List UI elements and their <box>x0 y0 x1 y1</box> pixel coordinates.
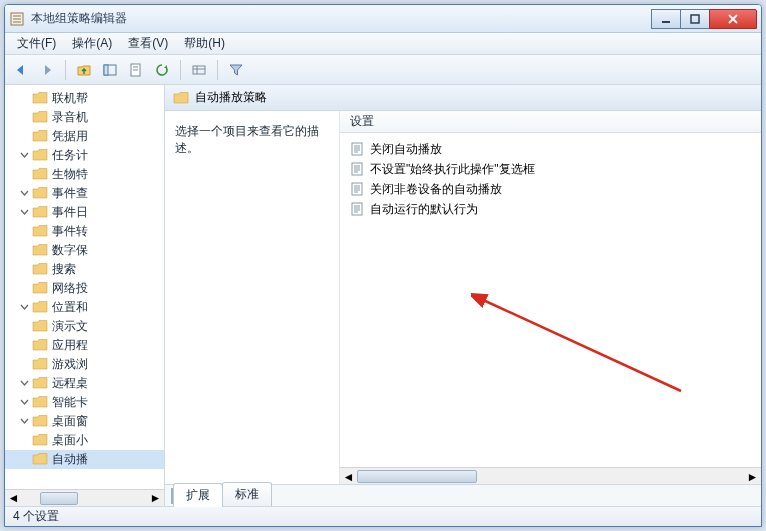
expand-icon[interactable] <box>19 340 30 351</box>
close-button[interactable] <box>709 9 757 29</box>
tree-item[interactable]: 事件日 <box>5 203 164 222</box>
window-title: 本地组策略编辑器 <box>31 10 652 27</box>
maximize-button[interactable] <box>680 9 710 29</box>
expand-icon[interactable] <box>19 112 30 123</box>
scroll-right-icon[interactable]: ► <box>744 468 761 485</box>
export-list-button[interactable] <box>187 58 211 82</box>
tree-item[interactable]: 事件查 <box>5 184 164 203</box>
tree-item-label: 游戏浏 <box>52 356 88 373</box>
separator <box>65 60 66 80</box>
back-button[interactable] <box>9 58 33 82</box>
separator <box>217 60 218 80</box>
forward-button[interactable] <box>35 58 59 82</box>
folder-icon <box>32 414 52 430</box>
menu-help[interactable]: 帮助(H) <box>176 33 233 54</box>
scroll-thumb[interactable] <box>357 470 477 483</box>
tree-item-label: 事件日 <box>52 204 88 221</box>
expand-icon[interactable] <box>19 397 30 408</box>
tree-item-label: 生物特 <box>52 166 88 183</box>
expand-icon[interactable] <box>19 150 30 161</box>
tree-hscrollbar[interactable]: ◄ ► <box>5 489 164 506</box>
folder-icon <box>32 452 52 468</box>
scroll-left-icon[interactable]: ◄ <box>5 491 22 506</box>
policy-icon <box>350 202 364 216</box>
policy-icon <box>350 182 364 196</box>
expand-icon[interactable] <box>19 378 30 389</box>
scroll-thumb[interactable] <box>40 492 78 505</box>
list-row[interactable]: 不设置"始终执行此操作"复选框 <box>346 159 755 179</box>
tab-extended[interactable]: 扩展 <box>173 483 223 507</box>
list-row[interactable]: 自动运行的默认行为 <box>346 199 755 219</box>
expand-icon[interactable] <box>19 207 30 218</box>
svg-rect-5 <box>691 15 699 23</box>
filter-button[interactable] <box>224 58 248 82</box>
tree-item[interactable]: 搜索 <box>5 260 164 279</box>
tree-item[interactable]: 应用程 <box>5 336 164 355</box>
tree-item-label: 事件查 <box>52 185 88 202</box>
tree-item[interactable]: 网络投 <box>5 279 164 298</box>
titlebar[interactable]: 本地组策略编辑器 <box>5 5 761 33</box>
refresh-button[interactable] <box>150 58 174 82</box>
tree-item[interactable]: 桌面窗 <box>5 412 164 431</box>
tree-item[interactable]: 录音机 <box>5 108 164 127</box>
tree-item[interactable]: 演示文 <box>5 317 164 336</box>
expand-icon[interactable] <box>19 264 30 275</box>
toolbar <box>5 55 761 85</box>
tree-item-label: 联机帮 <box>52 90 88 107</box>
expand-icon[interactable] <box>19 169 30 180</box>
app-window: 本地组策略编辑器 文件(F) 操作(A) 查看(V) 帮助(H) 联机帮录音机凭… <box>4 4 762 527</box>
expand-icon[interactable] <box>19 283 30 294</box>
minimize-button[interactable] <box>651 9 681 29</box>
tree-item[interactable]: 事件转 <box>5 222 164 241</box>
list-row[interactable]: 关闭非卷设备的自动播放 <box>346 179 755 199</box>
menu-action[interactable]: 操作(A) <box>64 33 120 54</box>
expand-icon[interactable] <box>19 359 30 370</box>
expand-icon[interactable] <box>19 454 30 465</box>
tree-item-label: 数字保 <box>52 242 88 259</box>
folder-icon <box>32 262 52 278</box>
tree-item-label: 应用程 <box>52 337 88 354</box>
tab-standard[interactable]: 标准 <box>222 482 272 506</box>
tree-pane[interactable]: 联机帮录音机凭据用任务计生物特事件查事件日事件转数字保搜索网络投位置和演示文应用… <box>5 85 165 506</box>
scroll-right-icon[interactable]: ► <box>147 491 164 506</box>
expand-icon[interactable] <box>19 131 30 142</box>
folder-icon <box>32 148 52 164</box>
expand-icon[interactable] <box>19 188 30 199</box>
svg-rect-21 <box>352 163 362 175</box>
tree-item[interactable]: 生物特 <box>5 165 164 184</box>
expand-icon[interactable] <box>19 245 30 256</box>
tree-item[interactable]: 凭据用 <box>5 127 164 146</box>
expand-icon[interactable] <box>19 435 30 446</box>
tree-item[interactable]: 自动播 <box>5 450 164 469</box>
tree-item[interactable]: 位置和 <box>5 298 164 317</box>
tree-item[interactable]: 联机帮 <box>5 89 164 108</box>
expand-icon[interactable] <box>19 416 30 427</box>
expand-icon[interactable] <box>19 302 30 313</box>
tree-item[interactable]: 数字保 <box>5 241 164 260</box>
expand-icon[interactable] <box>19 226 30 237</box>
setting-label: 关闭自动播放 <box>370 141 442 158</box>
tree-item[interactable]: 游戏浏 <box>5 355 164 374</box>
tree-item[interactable]: 智能卡 <box>5 393 164 412</box>
list-column-header[interactable]: 设置 <box>340 111 761 133</box>
menu-view[interactable]: 查看(V) <box>120 33 176 54</box>
scroll-left-icon[interactable]: ◄ <box>340 468 357 485</box>
tree-item-label: 演示文 <box>52 318 88 335</box>
up-button[interactable] <box>72 58 96 82</box>
expand-icon[interactable] <box>19 93 30 104</box>
menu-file[interactable]: 文件(F) <box>9 33 64 54</box>
list-hscrollbar[interactable]: ◄ ► <box>340 467 761 484</box>
show-hide-tree-button[interactable] <box>98 58 122 82</box>
properties-button[interactable] <box>124 58 148 82</box>
folder-icon <box>32 243 52 259</box>
tree-item[interactable]: 任务计 <box>5 146 164 165</box>
list-row[interactable]: 关闭自动播放 <box>346 139 755 159</box>
description-pane: 选择一个项目来查看它的描述。 <box>165 111 340 484</box>
tree-item-label: 搜索 <box>52 261 76 278</box>
menubar: 文件(F) 操作(A) 查看(V) 帮助(H) <box>5 33 761 55</box>
tree-item[interactable]: 桌面小 <box>5 431 164 450</box>
expand-icon[interactable] <box>19 321 30 332</box>
setting-label: 不设置"始终执行此操作"复选框 <box>370 161 535 178</box>
tree-item-label: 智能卡 <box>52 394 88 411</box>
tree-item[interactable]: 远程桌 <box>5 374 164 393</box>
